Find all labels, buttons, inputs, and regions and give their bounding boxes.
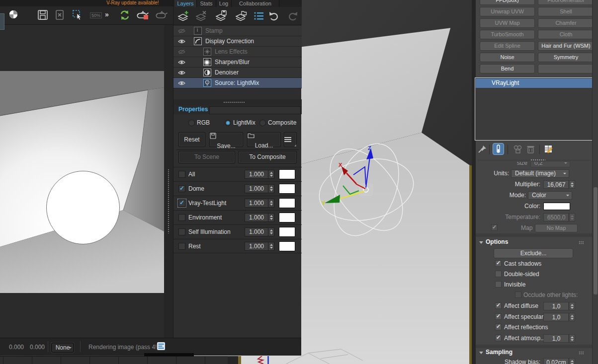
sampling-rollout-header[interactable]: Sampling: [476, 349, 592, 358]
affect-diffuse-spinner[interactable]: [569, 302, 575, 310]
layer-row-source-lightmix[interactable]: Source: LightMix: [173, 78, 302, 88]
layer-row-stamp[interactable]: Stamp: [173, 26, 302, 36]
value-spinner[interactable]: [268, 185, 274, 193]
add-layer-icon[interactable]: [177, 10, 190, 23]
lightmix-value-field[interactable]: 1.000: [245, 242, 274, 251]
visibility-on-icon[interactable]: [178, 80, 185, 86]
lightmix-checkbox-dome[interactable]: [178, 185, 185, 192]
visibility-on-icon[interactable]: [178, 60, 185, 65]
to-scene-button[interactable]: To Scene: [178, 151, 235, 163]
reset-button[interactable]: Reset: [178, 132, 205, 147]
modifier-button-hair-and-fur[interactable]: Hair and Fur (WSM): [538, 41, 594, 51]
show-end-result-button[interactable]: [493, 143, 504, 155]
save-image-icon[interactable]: [37, 9, 50, 22]
pin-stack-icon[interactable]: [478, 144, 488, 154]
vfb-panel-splitter[interactable]: [164, 25, 173, 356]
track-bar[interactable]: [0, 356, 228, 364]
alpha-checker-icon[interactable]: [8, 9, 21, 22]
toolbar-overflow-chevrons[interactable]: »: [105, 10, 109, 18]
modifier-stack-list[interactable]: VRayLight: [475, 77, 596, 141]
modifier-button-noise[interactable]: Noise: [480, 53, 535, 62]
redo-icon[interactable]: [286, 10, 299, 23]
modifier-button-empty[interactable]: [538, 64, 594, 73]
clipped-param-field[interactable]: 0,2: [530, 162, 570, 167]
affect-specular-field[interactable]: 1,0: [543, 313, 575, 321]
lightmix-radio[interactable]: [225, 120, 231, 126]
save-button[interactable]: Save...: [209, 132, 243, 147]
load-button[interactable]: Load...: [247, 132, 281, 147]
load-layers-icon[interactable]: [235, 10, 248, 23]
interactive-refresh-icon[interactable]: [118, 9, 131, 22]
configure-modifier-sets-icon[interactable]: [544, 144, 555, 154]
make-unique-icon[interactable]: [513, 144, 522, 154]
value-spinner[interactable]: [268, 199, 274, 207]
modifier-button-ffd-box[interactable]: FFD(box): [480, 0, 535, 5]
visibility-off-icon[interactable]: [178, 49, 185, 55]
visibility-off-icon[interactable]: [178, 28, 185, 34]
map-button[interactable]: No Map: [535, 224, 578, 232]
rollout-separator[interactable]: [478, 160, 591, 160]
affect-diffuse-checkbox[interactable]: [495, 302, 502, 309]
multiplier-field[interactable]: 16,067: [543, 180, 575, 189]
lightmix-checkbox-rest[interactable]: [178, 243, 185, 250]
layer-row-lens-effects[interactable]: Lens Effects: [173, 47, 302, 57]
lightmix-radio-label[interactable]: LightMix: [233, 119, 256, 126]
lightmix-color-swatch[interactable]: [279, 198, 295, 208]
lightmix-color-swatch[interactable]: [279, 241, 295, 251]
composite-radio[interactable]: [259, 120, 266, 126]
options-rollout-header[interactable]: Options: [476, 238, 592, 247]
lightmix-color-swatch[interactable]: [279, 169, 295, 179]
modifier-button-turbosmooth[interactable]: TurboSmooth: [480, 30, 535, 39]
render-log-icon[interactable]: [157, 342, 165, 350]
modifier-button-unwrap-uvw[interactable]: Unwrap UVW: [480, 7, 535, 16]
undo-icon[interactable]: [268, 10, 281, 23]
vray-update-notice[interactable]: V-Ray update available!: [106, 0, 159, 5]
pixel-info-dropdown[interactable]: None: [51, 343, 74, 353]
tab-stats[interactable]: Stats: [197, 0, 216, 7]
remove-modifier-trash-icon[interactable]: [525, 144, 535, 154]
units-dropdown[interactable]: Default (image): [511, 169, 569, 178]
tab-collaboration[interactable]: Collaboration: [232, 0, 279, 7]
temperature-spinner[interactable]: [569, 214, 575, 221]
modifier-button-symmetry[interactable]: Symmetry: [538, 53, 594, 62]
invisible-checkbox[interactable]: [495, 281, 502, 288]
multiplier-spinner[interactable]: [569, 181, 575, 188]
value-spinner[interactable]: [268, 214, 274, 221]
modifier-button-floorgenerator[interactable]: FloorGenerator: [538, 0, 594, 5]
lightmix-value-field[interactable]: 1.000: [245, 213, 274, 222]
affect-specular-checkbox[interactable]: [495, 313, 502, 320]
affect-diffuse-field[interactable]: 1,0: [543, 302, 575, 310]
render-teapot-icon[interactable]: [136, 9, 149, 22]
lightmix-value-field[interactable]: 1.000: [245, 184, 274, 193]
temperature-field[interactable]: 6500,0: [543, 213, 575, 221]
delete-layer-icon[interactable]: [195, 10, 208, 23]
value-spinner[interactable]: [268, 228, 274, 236]
lightmix-value-field[interactable]: 1.000: [245, 227, 274, 236]
affect-specular-spinner[interactable]: [569, 313, 575, 321]
panel-scrollbar-thumb[interactable]: [594, 187, 598, 294]
lightmix-menu-button[interactable]: [284, 132, 297, 147]
modifier-button-uvw-map[interactable]: UVW Map: [480, 18, 535, 28]
show-last-render-teapot-icon[interactable]: [155, 9, 168, 22]
rgb-radio-label[interactable]: RGB: [197, 119, 210, 126]
modifier-button-chamfer[interactable]: Chamfer: [538, 18, 594, 28]
affect-atmosphere-checkbox[interactable]: [495, 335, 502, 341]
rendered-image[interactable]: [0, 71, 164, 293]
mode-dropdown[interactable]: Color: [528, 191, 572, 200]
lightmix-color-swatch[interactable]: [279, 184, 295, 194]
tab-log[interactable]: Log: [216, 0, 232, 7]
modifier-button-bend[interactable]: Bend: [480, 64, 535, 73]
map-checkbox[interactable]: [491, 224, 498, 231]
light-color-swatch[interactable]: [543, 203, 570, 210]
save-layers-icon[interactable]: [215, 10, 228, 23]
lightmix-value-field[interactable]: 1.000: [245, 170, 274, 179]
modifier-button-edit-spline[interactable]: Edit Spline: [480, 41, 535, 51]
visibility-on-icon[interactable]: [178, 70, 185, 75]
stack-item-vraylight[interactable]: VRayLight: [476, 78, 595, 88]
affect-atmosphere-field[interactable]: 1,0: [543, 334, 575, 343]
region-render-icon[interactable]: [72, 9, 85, 22]
modifier-button-shell[interactable]: Shell: [538, 7, 594, 16]
visibility-on-icon[interactable]: [178, 39, 185, 44]
value-spinner[interactable]: [268, 170, 274, 178]
affect-reflections-checkbox[interactable]: [495, 324, 502, 330]
